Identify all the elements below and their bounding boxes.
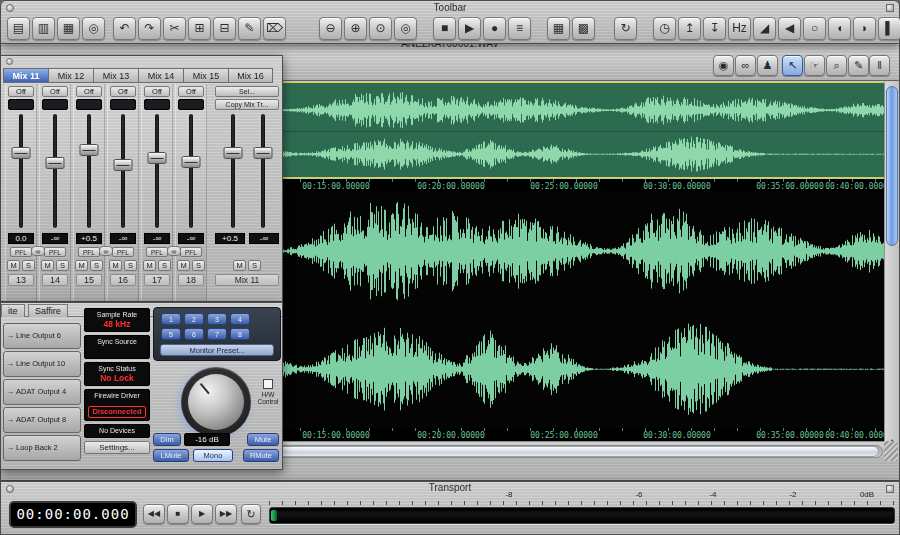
close-icon[interactable] (6, 58, 13, 65)
play-button[interactable]: ▶ (191, 504, 213, 524)
tab-saffire[interactable]: Saffire (28, 304, 68, 317)
fader-cap[interactable] (148, 152, 167, 164)
zoom-in-button[interactable]: ⊕ (344, 17, 367, 40)
pfl-button[interactable]: PFL (112, 247, 134, 257)
loop-back-2-button[interactable]: → Loop Back 2 (3, 435, 81, 461)
monitor-2-button[interactable]: 2 (184, 313, 204, 325)
channel-off-button[interactable]: Off (144, 86, 170, 97)
channel-routing-select[interactable] (178, 99, 204, 110)
settings-button[interactable]: Settings... (84, 441, 150, 454)
solo-button[interactable]: S (22, 260, 35, 271)
master-fader-left[interactable] (221, 112, 245, 230)
new-file-button[interactable]: ▤ (7, 17, 30, 40)
open-file-button[interactable]: ▥ (32, 17, 55, 40)
collapse-icon[interactable] (886, 4, 894, 12)
zoom-tool-button[interactable]: ⌕ (826, 55, 847, 76)
marker-list-button[interactable]: ≡ (508, 17, 531, 40)
monitor-7-button[interactable]: 7 (207, 328, 227, 340)
mute-button[interactable]: M (143, 260, 156, 271)
channel-off-button[interactable]: Off (42, 86, 68, 97)
solo-button[interactable]: S (158, 260, 171, 271)
fader-cap[interactable] (12, 147, 31, 159)
monitor-6-button[interactable]: 6 (184, 328, 204, 340)
stop-button[interactable]: ■ (167, 504, 189, 524)
mute-button[interactable]: M (233, 260, 246, 271)
solo-button[interactable]: S (90, 260, 103, 271)
solo-button[interactable]: S (192, 260, 205, 271)
toolbar-titlebar[interactable]: Toolbar (1, 1, 899, 14)
pfl-button[interactable]: PFL (146, 247, 168, 257)
left-mute-button[interactable]: LMute (153, 449, 189, 462)
loop-button[interactable]: ↻ (241, 504, 261, 524)
monitor-8-button[interactable]: 8 (230, 328, 250, 340)
channel-off-button[interactable]: Off (8, 86, 34, 97)
fader-cap[interactable] (80, 144, 99, 156)
select-button[interactable]: Sel... (215, 86, 279, 97)
vertical-scroll-thumb[interactable] (886, 86, 898, 246)
link-button[interactable]: ∞ (735, 55, 756, 76)
horizontal-scroll-thumb[interactable] (180, 446, 879, 457)
mute-button[interactable]: M (75, 260, 88, 271)
monitor-level-knob[interactable] (188, 374, 244, 430)
zoom-fit-button[interactable]: ◎ (394, 17, 417, 40)
matrix-button[interactable]: ▩ (572, 17, 595, 40)
channel-routing-select[interactable] (76, 99, 102, 110)
frequency-button[interactable]: Hz (728, 17, 751, 40)
copy-mix-button[interactable]: Copy Mix Tr... (215, 99, 279, 110)
undo-button[interactable]: ↶ (113, 17, 136, 40)
hw-control-checkbox[interactable] (263, 379, 273, 389)
fader-cap[interactable] (46, 157, 65, 169)
pfl-button[interactable]: PFL (10, 247, 32, 257)
zoom-out-button[interactable]: ⊖ (319, 17, 342, 40)
resize-handle[interactable] (884, 441, 898, 461)
mute-button[interactable]: Mute (247, 433, 279, 446)
channel-fader[interactable] (6, 112, 36, 230)
line-output-10-button[interactable]: → Line Output 10 (3, 351, 81, 377)
tab-mix-12[interactable]: Mix 12 (48, 68, 93, 83)
fade-in-button[interactable]: ◖ (828, 17, 851, 40)
hand-tool-button[interactable]: ☞ (804, 55, 825, 76)
fader-cap[interactable] (224, 147, 243, 159)
stereo-link-icon[interactable]: ∞ (31, 246, 45, 256)
channel-fader[interactable] (176, 112, 206, 230)
pfl-button[interactable]: PFL (44, 247, 66, 257)
tab-focusrite[interactable]: ite (1, 304, 25, 317)
channel-fader[interactable] (74, 112, 104, 230)
fader-cap[interactable] (114, 159, 133, 171)
cut-button[interactable]: ✂ (163, 17, 186, 40)
circle-button[interactable]: ○ (803, 17, 826, 40)
channel-fader[interactable] (40, 112, 70, 230)
fader-cap[interactable] (254, 147, 273, 159)
paste-button[interactable]: ⊟ (213, 17, 236, 40)
mixer-button[interactable]: ▦ (547, 17, 570, 40)
delete-button[interactable]: ⌦ (263, 17, 286, 40)
ramp-button[interactable]: ◢ (753, 17, 776, 40)
pfl-button[interactable]: PFL (78, 247, 100, 257)
mute-button[interactable]: M (7, 260, 20, 271)
arrow-tool-button[interactable]: ↖ (782, 55, 803, 76)
fader-cap[interactable] (182, 156, 201, 168)
record-button[interactable]: ● (483, 17, 506, 40)
mixer-titlebar[interactable] (1, 56, 282, 68)
channel-routing-select[interactable] (8, 99, 34, 110)
channel-routing-select[interactable] (42, 99, 68, 110)
mute-button[interactable]: M (177, 260, 190, 271)
pencil-button[interactable]: ✎ (238, 17, 261, 40)
mono-button[interactable]: Mono (193, 449, 233, 462)
redo-button[interactable]: ↷ (138, 17, 161, 40)
pause-display-button[interactable]: ‖ (869, 55, 890, 76)
loop-button[interactable]: ↻ (614, 17, 637, 40)
close-icon[interactable] (6, 4, 14, 12)
zoom-selection-button[interactable]: ⊙ (369, 17, 392, 40)
vertical-scrollbar[interactable]: ▲ ▼ (884, 82, 899, 461)
stop-button[interactable]: ■ (433, 17, 456, 40)
monitor-preset-button[interactable]: Monitor Preset... (160, 344, 274, 356)
tab-mix-13[interactable]: Mix 13 (93, 68, 138, 83)
adat-output-4-button[interactable]: → ADAT Output 4 (3, 379, 81, 405)
monitor-button[interactable]: ◉ (713, 55, 734, 76)
channel-off-button[interactable]: Off (110, 86, 136, 97)
record-settings-button[interactable]: ◎ (82, 17, 105, 40)
stereo-link-icon[interactable]: ∞ (99, 246, 113, 256)
channel-routing-select[interactable] (110, 99, 136, 110)
dim-button[interactable]: Dim (153, 433, 181, 446)
